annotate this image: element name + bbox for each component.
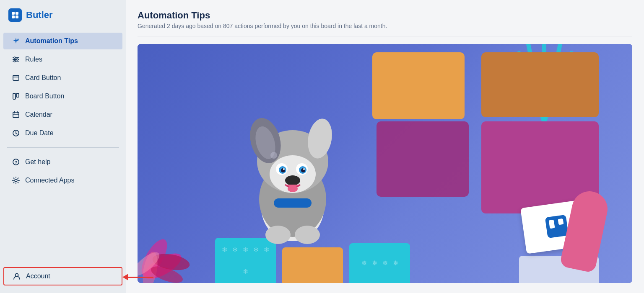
svg-point-8 [16, 59, 18, 60]
svg-point-9 [14, 60, 16, 62]
svg-point-23 [15, 179, 17, 182]
clock-icon [12, 129, 20, 137]
purple-block-mid [377, 121, 469, 197]
orange-block-top-left [372, 52, 465, 119]
rules-label: Rules [25, 56, 42, 63]
svg-point-43 [285, 175, 300, 185]
svg-rect-12 [13, 93, 16, 99]
sidebar-item-automation-tips[interactable]: Automation Tips [3, 33, 122, 49]
arrow-head-icon [122, 274, 128, 280]
get-help-label: Get help [25, 158, 50, 166]
svg-rect-2 [12, 15, 15, 18]
dog-illustration [234, 107, 351, 249]
svg-line-20 [16, 134, 17, 134]
help-icon: ? [12, 158, 20, 166]
svg-point-52 [303, 168, 305, 170]
svg-rect-14 [13, 112, 19, 118]
gear-icon [12, 176, 20, 185]
card-icon [12, 74, 20, 82]
svg-text:?: ? [15, 160, 17, 165]
teal-block-2: ❄ ❄ ❄ ❄ [349, 243, 410, 283]
sidebar-item-rules[interactable]: Rules [3, 51, 122, 68]
sidebar-item-due-date[interactable]: Due Date [3, 125, 122, 141]
sidebar-nav: Automation Tips Rules [0, 28, 126, 263]
sidebar-bottom: Account [0, 263, 126, 293]
due-date-label: Due Date [25, 129, 54, 137]
sidebar-item-board-button[interactable]: Board Button [3, 88, 122, 105]
svg-point-44 [288, 185, 298, 192]
orange-block-top-right [481, 52, 599, 117]
card-button-label: Card Button [25, 74, 61, 82]
calendar-label: Calendar [25, 111, 52, 118]
svg-point-7 [14, 57, 16, 59]
svg-point-56 [270, 152, 277, 159]
person-icon [13, 272, 21, 280]
svg-rect-53 [274, 198, 312, 208]
sliders-icon [12, 55, 20, 64]
sidebar-item-calendar[interactable]: Calendar [3, 106, 122, 123]
app-name: Butler [26, 10, 53, 21]
sidebar-item-card-button[interactable]: Card Button [3, 69, 122, 86]
arrow-indicator [122, 274, 153, 280]
page-title: Automation Tips [138, 10, 632, 21]
pink-floral [138, 191, 221, 283]
connected-apps-label: Connected Apps [25, 177, 74, 184]
app-logo: Butler [0, 0, 126, 28]
sidebar: Butler Automation Tips [0, 0, 126, 293]
svg-rect-10 [13, 75, 19, 80]
hero-scene: ❄ ❄ ❄ ❄ ❄ ❄ ❄ ❄ ❄ ❄ [138, 44, 632, 283]
sidebar-divider [7, 147, 119, 148]
account-label: Account [26, 272, 50, 280]
content-divider [138, 36, 632, 36]
orange-block-bottom [282, 247, 343, 283]
calendar-icon [12, 111, 20, 119]
page-subtitle: Generated 2 days ago based on 807 action… [138, 23, 632, 29]
sidebar-item-account[interactable]: Account [3, 267, 122, 285]
board-button-label: Board Button [25, 93, 64, 100]
trello-logo-on-card [545, 215, 569, 238]
sidebar-item-connected-apps[interactable]: Connected Apps [3, 172, 122, 189]
automation-tips-label: Automation Tips [25, 37, 78, 45]
main-content: Automation Tips Generated 2 days ago bas… [126, 0, 644, 293]
svg-rect-13 [16, 93, 19, 97]
butler-icon [8, 8, 22, 22]
board-icon [12, 92, 20, 100]
svg-point-55 [295, 226, 320, 244]
sparkle-icon [12, 37, 20, 45]
svg-point-51 [283, 168, 285, 170]
svg-rect-3 [16, 15, 18, 18]
svg-point-54 [265, 226, 291, 244]
sidebar-item-get-help[interactable]: ? Get help [3, 154, 122, 170]
svg-rect-0 [12, 12, 15, 15]
hero-illustration: ❄ ❄ ❄ ❄ ❄ ❄ ❄ ❄ ❄ ❄ [138, 44, 632, 283]
arrow-line [128, 277, 153, 278]
snowflake-pattern-2: ❄ ❄ ❄ ❄ [349, 243, 410, 283]
svg-rect-1 [16, 12, 18, 15]
